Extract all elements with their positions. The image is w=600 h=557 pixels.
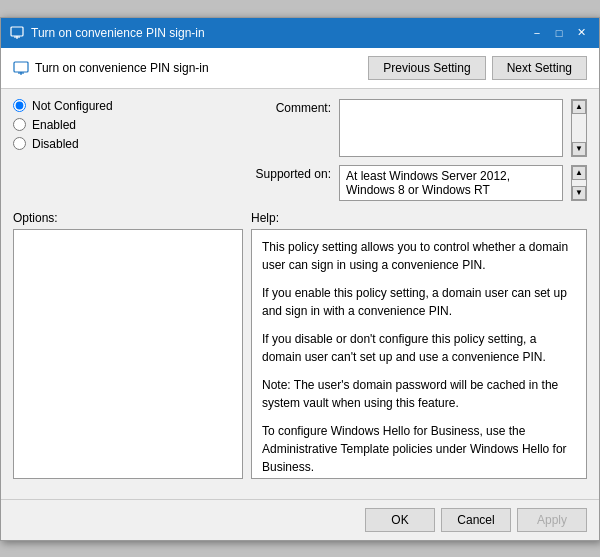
help-box[interactable]: This policy setting allows you to contro…: [251, 229, 587, 479]
svg-rect-3: [14, 62, 28, 72]
help-para-5: To configure Windows Hello for Business,…: [262, 422, 576, 476]
radio-not-configured[interactable]: Not Configured: [13, 99, 243, 113]
help-label: Help:: [251, 211, 587, 225]
radio-enabled-input[interactable]: [13, 118, 26, 131]
radio-disabled[interactable]: Disabled: [13, 137, 243, 151]
help-column: Help: This policy setting allows you to …: [251, 211, 587, 479]
supported-scrollbar[interactable]: ▲ ▼: [571, 165, 587, 201]
help-para-1: This policy setting allows you to contro…: [262, 238, 576, 274]
main-window: Turn on convenience PIN sign-in − □ ✕ Tu…: [0, 17, 600, 541]
help-para-2: If you enable this policy setting, a dom…: [262, 284, 576, 320]
content-area: Not Configured Enabled Disabled Comment:: [1, 89, 599, 499]
maximize-button[interactable]: □: [549, 24, 569, 42]
comment-label: Comment:: [251, 99, 331, 115]
title-bar: Turn on convenience PIN sign-in − □ ✕: [1, 18, 599, 48]
minimize-button[interactable]: −: [527, 24, 547, 42]
supported-scroll-up[interactable]: ▲: [572, 166, 586, 180]
radio-not-configured-label: Not Configured: [32, 99, 113, 113]
radio-disabled-label: Disabled: [32, 137, 79, 151]
radio-not-configured-input[interactable]: [13, 99, 26, 112]
ok-button[interactable]: OK: [365, 508, 435, 532]
radio-enabled[interactable]: Enabled: [13, 118, 243, 132]
cancel-button[interactable]: Cancel: [441, 508, 511, 532]
apply-button[interactable]: Apply: [517, 508, 587, 532]
two-column-section: Options: Help: This policy setting allow…: [13, 211, 587, 479]
dialog-title: Turn on convenience PIN sign-in: [35, 61, 209, 75]
scroll-track: [572, 114, 586, 142]
supported-text: At least Windows Server 2012, Windows 8 …: [346, 169, 556, 197]
supported-scroll-down[interactable]: ▼: [572, 186, 586, 200]
footer: OK Cancel Apply: [1, 499, 599, 540]
options-box: [13, 229, 243, 479]
supported-label: Supported on:: [251, 165, 331, 181]
title-bar-left: Turn on convenience PIN sign-in: [9, 25, 205, 41]
dialog-header: Turn on convenience PIN sign-in Previous…: [1, 48, 599, 89]
scroll-up-arrow[interactable]: ▲: [572, 100, 586, 114]
options-column: Options:: [13, 211, 243, 479]
supported-value: At least Windows Server 2012, Windows 8 …: [339, 165, 563, 201]
radio-disabled-input[interactable]: [13, 137, 26, 150]
dialog-icon: [13, 60, 29, 76]
comment-row: Comment: ▲ ▼: [251, 99, 587, 157]
supported-row: Supported on: At least Windows Server 20…: [251, 165, 587, 201]
header-buttons: Previous Setting Next Setting: [368, 56, 587, 80]
previous-setting-button[interactable]: Previous Setting: [368, 56, 485, 80]
comment-scrollbar[interactable]: ▲ ▼: [571, 99, 587, 157]
close-button[interactable]: ✕: [571, 24, 591, 42]
radio-section: Not Configured Enabled Disabled: [13, 99, 243, 151]
next-setting-button[interactable]: Next Setting: [492, 56, 587, 80]
title-bar-controls: − □ ✕: [527, 24, 591, 42]
comment-textarea[interactable]: [339, 99, 563, 157]
scroll-down-arrow[interactable]: ▼: [572, 142, 586, 156]
help-para-3: If you disable or don't configure this p…: [262, 330, 576, 366]
dialog-header-title: Turn on convenience PIN sign-in: [13, 60, 209, 76]
radio-enabled-label: Enabled: [32, 118, 76, 132]
svg-rect-0: [11, 27, 23, 36]
help-para-4: Note: The user's domain password will be…: [262, 376, 576, 412]
title-bar-text: Turn on convenience PIN sign-in: [31, 26, 205, 40]
options-label: Options:: [13, 211, 243, 225]
window-icon: [9, 25, 25, 41]
